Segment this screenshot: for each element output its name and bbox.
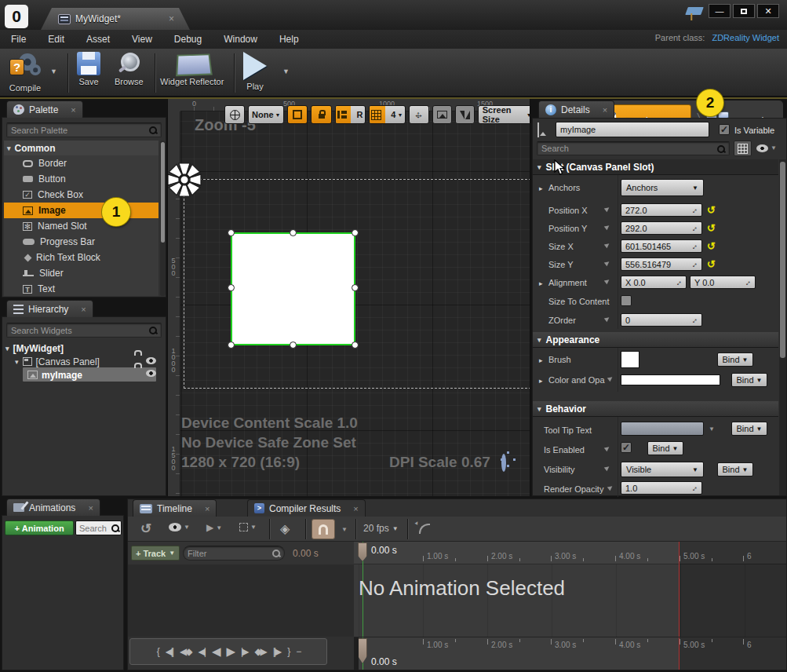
widget-name-field[interactable] <box>556 122 709 137</box>
pin-icon[interactable] <box>604 316 610 322</box>
details-scrollbar[interactable] <box>779 159 786 495</box>
pin-icon[interactable] <box>604 465 610 471</box>
palette-item-named-slot[interactable]: ✻Named Slot <box>4 218 158 234</box>
outline-toggle-button[interactable] <box>287 105 308 124</box>
palette-item-progress-bar[interactable]: Progress Bar <box>4 234 158 250</box>
add-track-button[interactable]: + Track ▼ <box>131 546 180 561</box>
render-opacity-field[interactable]: 1.0↔ <box>621 481 702 495</box>
zorder-field[interactable]: 0↔ <box>621 313 702 327</box>
hierarchy-search-input[interactable] <box>11 326 148 335</box>
brush-swatch[interactable] <box>621 351 639 368</box>
slot-section-header[interactable]: ▾ Slot (Canvas Panel Slot) <box>533 159 778 175</box>
track-filter-input[interactable] <box>188 549 271 558</box>
transform-mode-button[interactable] <box>409 105 429 124</box>
compiler-results-tab-close-icon[interactable]: × <box>353 504 358 513</box>
selection-range-button[interactable]: ▼ <box>239 523 257 531</box>
palette-category-common[interactable]: ▾ Common <box>4 141 158 155</box>
loop-mode-icon[interactable]: − <box>296 646 300 657</box>
close-button[interactable]: ✕ <box>757 4 779 18</box>
pin-icon[interactable] <box>604 224 610 230</box>
palette-item-border[interactable]: Border <box>4 155 158 171</box>
widget-reflector-button[interactable]: Widget Reflector <box>160 52 224 86</box>
jump-to-end-icon[interactable]: ||▶ <box>273 646 280 657</box>
compile-button[interactable]: ? Compile <box>8 52 42 93</box>
scrub-icon[interactable]: ↔ <box>688 482 700 494</box>
position-y-field[interactable]: 292.0↔ <box>621 221 702 235</box>
grid-snap-group[interactable]: 4▼ <box>369 105 406 124</box>
play-reverse-icon[interactable]: ◀ <box>212 645 220 659</box>
save-button[interactable]: Save <box>77 52 100 86</box>
snap-respect-group[interactable]: R <box>335 105 366 124</box>
resize-handle[interactable] <box>290 229 297 236</box>
is-enabled-checkbox[interactable]: ✓ <box>621 442 632 453</box>
play-options-chevron-icon[interactable]: ▼ <box>282 68 290 75</box>
hierarchy-tab[interactable]: Hierarchy × <box>6 300 93 317</box>
details-tab[interactable]: i Details × <box>538 100 614 118</box>
flip-preview-button[interactable] <box>455 105 475 124</box>
anchor-pinwheel-icon[interactable] <box>167 162 202 198</box>
menu-view[interactable]: View <box>132 34 152 45</box>
playhead-marker[interactable] <box>358 638 367 663</box>
resize-handle[interactable] <box>228 229 235 236</box>
screen-size-dropdown[interactable]: Screen Size▼ <box>478 105 530 124</box>
palette-item-button[interactable]: Button <box>4 171 158 187</box>
step-back-icon[interactable]: ◀| <box>199 646 205 657</box>
preview-background-button[interactable] <box>432 105 452 124</box>
dpi-settings-gear-icon[interactable] <box>501 454 506 472</box>
chevron-down-icon[interactable]: ▾ <box>5 345 9 352</box>
pin-icon[interactable] <box>604 206 610 212</box>
palette-search-input[interactable] <box>11 126 148 135</box>
tooltip-text-field[interactable] <box>621 422 704 436</box>
scrub-icon[interactable]: ↔ <box>741 276 753 288</box>
timeline-range-bar[interactable]: 1.00 s 2.00 s 3.00 s 4.00 s 5.00 s 6 0.0… <box>354 637 786 670</box>
chevron-down-icon[interactable]: ▼ <box>709 425 715 433</box>
scrub-icon[interactable]: ↔ <box>688 258 700 270</box>
is-variable-checkbox[interactable]: ✓ <box>719 124 730 135</box>
localization-preview-button[interactable] <box>224 105 245 124</box>
brush-bind-button[interactable]: Bind▼ <box>717 352 753 367</box>
scrub-icon[interactable]: ↔ <box>688 314 700 326</box>
tooltip-bind-button[interactable]: Bind▼ <box>731 422 767 436</box>
palette-tab-close-icon[interactable]: × <box>71 105 75 115</box>
revert-icon[interactable]: ↺ <box>707 240 716 252</box>
pin-icon[interactable] <box>607 375 614 382</box>
view-options-eye-icon[interactable] <box>756 144 768 152</box>
playback-end-bracket-icon[interactable]: } <box>287 646 289 657</box>
timeline-tab-close-icon[interactable]: × <box>205 504 210 513</box>
flag-dropdown[interactable]: None▼ <box>248 105 284 124</box>
play-button[interactable]: Play <box>243 52 267 91</box>
resize-handle[interactable] <box>352 341 359 349</box>
revert-icon[interactable]: ↺ <box>707 258 716 270</box>
pin-icon[interactable] <box>607 484 614 491</box>
alignment-y-field[interactable]: Y 0.0↔ <box>690 276 756 289</box>
palette-search[interactable] <box>6 122 162 137</box>
fps-dropdown[interactable]: 20 fps ▼ <box>363 523 399 534</box>
hierarchy-row-root[interactable]: ▾ [MyWidget] <box>5 341 64 355</box>
behavior-section-header[interactable]: ▾ Behavior <box>533 401 778 417</box>
revert-icon[interactable]: ↺ <box>707 222 716 234</box>
hierarchy-row-canvas-panel[interactable]: ▾ [Canvas Panel] <box>15 355 100 368</box>
next-key-icon[interactable]: ◆▶ <box>254 646 265 657</box>
tutorial-cap-icon[interactable] <box>685 7 704 15</box>
size-x-field[interactable]: 601.501465↔ <box>621 239 702 253</box>
selected-image-widget[interactable] <box>231 232 355 345</box>
loop-refresh-icon[interactable]: ↺ <box>140 520 151 537</box>
designer-canvas[interactable]: 0 500 1000 1500 500 1000 1500 Zoom -5 No… <box>167 99 530 496</box>
size-y-field[interactable]: 556.516479↔ <box>621 257 702 271</box>
color-and-opacity-bar[interactable] <box>621 374 720 385</box>
minimize-button[interactable]: — <box>709 4 731 18</box>
playback-start-bracket-icon[interactable]: { <box>157 646 158 657</box>
animations-tab[interactable]: Animations × <box>6 499 100 516</box>
asset-tab-close-icon[interactable]: × <box>169 13 174 24</box>
browse-button[interactable]: Browse <box>115 52 144 86</box>
pin-icon[interactable] <box>604 260 610 266</box>
scrub-icon[interactable]: ↔ <box>672 276 684 288</box>
widget-name-input[interactable] <box>560 125 705 134</box>
playback-options-button[interactable]: ▶ ▼ <box>206 522 222 533</box>
playback-end-marker[interactable] <box>679 637 680 670</box>
chevron-down-icon[interactable]: ▼ <box>771 144 777 152</box>
track-filter[interactable] <box>183 546 285 561</box>
visibility-eye-icon[interactable] <box>146 357 156 364</box>
menu-asset[interactable]: Asset <box>86 34 110 45</box>
lock-widgets-button[interactable] <box>311 105 331 124</box>
